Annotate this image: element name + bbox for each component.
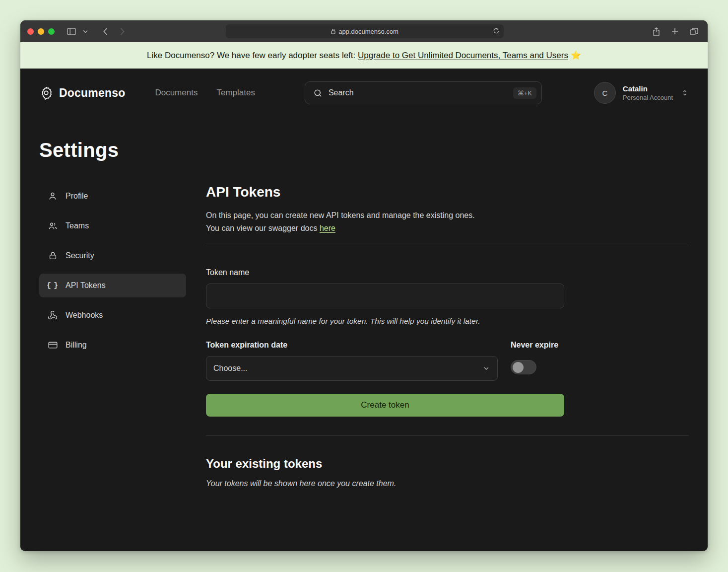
sidebar-item-label: Billing — [66, 341, 87, 350]
sidebar-item-billing[interactable]: Billing — [39, 333, 186, 357]
page-title: Settings — [39, 139, 689, 161]
url-text: app.documenso.com — [338, 28, 398, 35]
chevron-down-icon — [482, 364, 490, 372]
token-name-input[interactable] — [206, 284, 564, 308]
sidebar-item-label: Teams — [66, 221, 89, 230]
sidebar-item-label: API Tokens — [66, 281, 106, 290]
divider — [206, 246, 689, 246]
browser-toolbar: app.documenso.com — [20, 20, 708, 42]
nav-documents[interactable]: Documents — [155, 88, 198, 98]
sidebar-item-api-tokens[interactable]: { } API Tokens — [39, 274, 186, 297]
search-input[interactable]: Search ⌘+K — [305, 81, 542, 104]
brand-name: Documenso — [59, 86, 125, 100]
sidebar-item-profile[interactable]: Profile — [39, 184, 186, 208]
tab-overview-icon[interactable] — [687, 25, 701, 38]
documenso-logo-icon — [39, 86, 53, 100]
existing-tokens-heading: Your existing tokens — [206, 457, 689, 471]
chevron-up-down-icon — [681, 88, 689, 97]
webhook-icon — [47, 310, 58, 320]
token-name-hint: Please enter a meaningful name for your … — [206, 317, 564, 326]
swagger-docs-link[interactable]: here — [320, 224, 335, 232]
window-controls — [27, 28, 55, 35]
forward-button[interactable] — [115, 25, 129, 38]
braces-icon: { } — [47, 282, 58, 290]
never-expire-toggle[interactable] — [511, 360, 536, 374]
main-nav: Documents Templates — [155, 88, 255, 98]
minimize-window-button[interactable] — [38, 28, 44, 35]
create-token-button[interactable]: Create token — [206, 394, 564, 417]
divider — [206, 435, 689, 436]
expiration-label: Token expiration date — [206, 341, 498, 350]
user-icon — [47, 191, 58, 201]
browser-window: app.documenso.com Like Documenso? We hav… — [20, 20, 708, 551]
new-tab-icon[interactable] — [668, 25, 682, 38]
credit-card-icon — [47, 340, 58, 350]
star-icon: ⭐ — [571, 51, 581, 60]
search-icon — [313, 88, 323, 98]
address-bar[interactable]: app.documenso.com — [226, 24, 504, 38]
expiration-selected-value: Choose... — [213, 364, 247, 373]
sidebar-chevron-icon[interactable] — [81, 25, 89, 38]
banner-upgrade-link[interactable]: Upgrade to Get Unlimited Documents, Team… — [358, 51, 568, 60]
never-expire-label: Never expire — [511, 341, 564, 350]
api-tokens-panel: API Tokens On this page, you can create … — [206, 184, 689, 508]
share-icon[interactable] — [649, 25, 663, 38]
zoom-window-button[interactable] — [48, 28, 55, 35]
search-shortcut: ⌘+K — [513, 87, 536, 99]
sidebar-item-teams[interactable]: Teams — [39, 214, 186, 238]
banner-text: Like Documenso? We have few early adopte… — [147, 51, 358, 60]
account-type: Personal Account — [623, 94, 673, 101]
back-button[interactable] — [98, 25, 112, 38]
token-name-label: Token name — [206, 268, 564, 277]
toggle-knob — [513, 362, 524, 373]
users-icon — [47, 221, 58, 231]
lock-icon — [47, 251, 58, 261]
app-header: Documenso Documents Templates Search ⌘+K… — [39, 81, 689, 104]
sidebar-item-label: Webhooks — [66, 311, 103, 320]
nav-templates[interactable]: Templates — [216, 88, 255, 98]
panel-description: On this page, you can create new API tok… — [206, 209, 689, 235]
lock-icon — [331, 28, 335, 34]
brand[interactable]: Documenso — [39, 86, 125, 100]
avatar: C — [594, 82, 616, 104]
expiration-select[interactable]: Choose... — [206, 356, 498, 381]
app-content: Documenso Documents Templates Search ⌘+K… — [20, 69, 708, 551]
sidebar-item-security[interactable]: Security — [39, 244, 186, 268]
sidebar-item-label: Profile — [66, 192, 88, 201]
sidebar-item-label: Security — [66, 251, 94, 260]
refresh-icon[interactable] — [493, 27, 500, 34]
panel-heading: API Tokens — [206, 184, 689, 200]
settings-sidebar: Profile Teams Security { } API Token — [39, 184, 186, 508]
account-name: Catalin — [623, 84, 673, 93]
account-menu[interactable]: C Catalin Personal Account — [594, 82, 689, 104]
sidebar-item-webhooks[interactable]: Webhooks — [39, 303, 186, 327]
existing-tokens-hint: Your tokens will be shown here once you … — [206, 479, 689, 488]
promo-banner: Like Documenso? We have few early adopte… — [20, 42, 708, 69]
search-placeholder: Search — [329, 88, 354, 97]
close-window-button[interactable] — [27, 28, 34, 35]
sidebar-toggle-icon[interactable] — [65, 25, 78, 38]
